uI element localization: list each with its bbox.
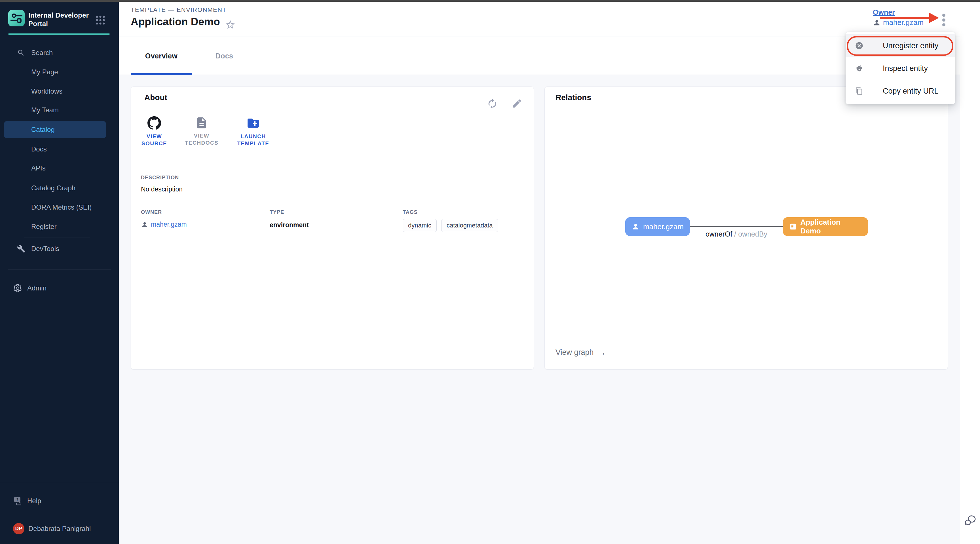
sidebar-item-label: My Page — [31, 68, 58, 76]
help-chat-icon: ? — [14, 496, 23, 506]
gear-icon — [13, 284, 22, 293]
about-card-title: About — [144, 93, 167, 102]
app-title: Internal Developer Portal — [29, 11, 99, 28]
document-icon — [195, 116, 208, 129]
breadcrumb: TEMPLATE — ENVIRONMENT — [131, 6, 227, 14]
view-source-label: VIEW SOURCE — [137, 133, 171, 147]
sidebar-item-label: DevTools — [31, 245, 59, 253]
tab-overview[interactable]: Overview — [131, 37, 192, 75]
sidebar-item-docs[interactable]: Docs — [0, 142, 119, 156]
menu-item-label: Copy entity URL — [883, 87, 939, 95]
relations-card-title: Relations — [555, 93, 591, 102]
type-field-value: environment — [270, 221, 309, 229]
view-techdocs-label: VIEW TECHDOCS — [185, 132, 219, 146]
view-source-button[interactable]: VIEW SOURCE — [132, 116, 177, 147]
sidebar-item-search[interactable]: Search — [0, 46, 119, 60]
tags-list: dynamic catalogmetadata — [402, 219, 498, 232]
sidebar-item-apis[interactable]: APIs — [0, 161, 119, 175]
sidebar-item-my-team[interactable]: My Team — [0, 103, 119, 117]
template-icon — [789, 223, 797, 231]
graph-node-label: Application Demo — [800, 218, 862, 235]
relations-card: Relations ownerOf / ownedBy maher.gzam A… — [544, 86, 948, 369]
view-graph-link[interactable]: View graph → — [555, 347, 606, 358]
owner-user-link[interactable]: maher.gzam — [873, 18, 924, 27]
description-label: DESCRIPTION — [141, 175, 179, 181]
relation-forward: ownerOf — [705, 230, 732, 238]
tab-label: Docs — [215, 52, 233, 60]
launch-template-label: LAUNCH TEMPLATE — [236, 133, 270, 147]
person-icon — [873, 19, 881, 27]
about-card: About VIEW SOURCE VIEW TECHDOCS LAUNCH T… — [131, 86, 534, 369]
sidebar-item-label: Catalog — [31, 126, 55, 134]
search-icon — [17, 49, 25, 57]
owner-field-value[interactable]: maher.gzam — [141, 221, 187, 228]
relation-separator: / — [734, 230, 736, 238]
relation-edge — [689, 226, 783, 227]
sidebar-item-label: Search — [31, 49, 53, 57]
sidebar-item-label: Workflows — [31, 87, 62, 95]
folder-plus-icon — [247, 116, 260, 130]
sidebar-item-label: Help — [27, 497, 41, 505]
sidebar-item-help[interactable]: ? Help — [0, 494, 119, 508]
owner-field-link: maher.gzam — [151, 221, 187, 228]
menu-item-copy-entity-url[interactable]: Copy entity URL — [846, 80, 955, 102]
wrench-icon — [17, 245, 25, 253]
sidebar-item-catalog-graph[interactable]: Catalog Graph — [0, 181, 119, 195]
graph-node-label: maher.gzam — [643, 223, 684, 231]
type-field-label: TYPE — [270, 209, 284, 215]
person-icon — [141, 221, 148, 228]
svg-text:?: ? — [16, 498, 18, 502]
annotation-arrow-head — [929, 13, 939, 23]
copy-icon — [855, 87, 863, 95]
right-rail — [960, 2, 980, 544]
sidebar-item-label: Docs — [31, 145, 47, 153]
sidebar-item-catalog[interactable]: Catalog — [4, 121, 106, 138]
owner-link[interactable]: Owner — [873, 8, 895, 16]
launch-template-button[interactable]: LAUNCH TEMPLATE — [231, 116, 276, 147]
refresh-icon[interactable] — [487, 98, 498, 110]
person-icon — [632, 223, 640, 231]
sidebar-item-label: Admin — [27, 284, 46, 292]
sidebar-item-label: DORA Metrics (SEI) — [31, 204, 92, 211]
menu-item-label: Inspect entity — [883, 64, 928, 73]
graph-node-entity[interactable]: Application Demo — [783, 217, 868, 236]
entity-context-menu-button[interactable] — [938, 11, 950, 29]
user-name: Debabrata Panigrahi — [29, 525, 91, 533]
annotation-highlight-box — [847, 36, 953, 56]
sidebar-item-workflows[interactable]: Workflows — [0, 84, 119, 99]
edit-pencil-icon[interactable] — [512, 98, 522, 109]
sidebar-item-my-page[interactable]: My Page — [0, 65, 119, 79]
sidebar-item-label: My Team — [31, 106, 59, 114]
tag-chip[interactable]: dynamic — [402, 219, 437, 232]
tab-label: Overview — [145, 52, 178, 60]
tags-field-label: TAGS — [402, 209, 418, 215]
description-value: No description — [141, 186, 183, 193]
owner-field-label: OWNER — [141, 209, 162, 215]
sidebar-accent-rule — [8, 33, 110, 35]
sidebar-item-dora-metrics[interactable]: DORA Metrics (SEI) — [0, 200, 119, 215]
graph-node-user[interactable]: maher.gzam — [625, 217, 690, 236]
sidebar-item-label: Catalog Graph — [31, 184, 75, 192]
favorite-star-icon[interactable] — [225, 19, 235, 30]
tab-docs[interactable]: Docs — [192, 37, 257, 75]
sidebar-item-label: Register — [31, 223, 56, 231]
github-icon — [148, 116, 161, 130]
view-techdocs-button[interactable]: VIEW TECHDOCS — [179, 116, 224, 146]
apps-grid-icon[interactable] — [95, 15, 105, 25]
sidebar-item-admin[interactable]: Admin — [0, 281, 119, 295]
view-graph-label: View graph — [555, 348, 594, 357]
sidebar-user[interactable]: Debabrata Panigrahi — [0, 522, 119, 536]
relation-reverse: ownedBy — [738, 230, 767, 238]
sidebar-item-devtools[interactable]: DevTools — [0, 242, 119, 256]
sidebar-item-register[interactable]: Register — [0, 220, 119, 234]
sidebar-item-label: APIs — [31, 164, 46, 172]
app-logo[interactable] — [8, 10, 25, 26]
relation-edge-label: ownerOf / ownedBy — [694, 230, 779, 238]
sidebar-divider — [24, 237, 90, 237]
chat-bubbles-icon[interactable] — [964, 514, 977, 527]
tag-chip[interactable]: catalogmetadata — [441, 219, 498, 232]
menu-item-inspect-entity[interactable]: Inspect entity — [846, 57, 955, 80]
page-header — [119, 2, 960, 37]
bug-icon — [855, 64, 863, 72]
annotation-arrow-line — [880, 17, 930, 19]
